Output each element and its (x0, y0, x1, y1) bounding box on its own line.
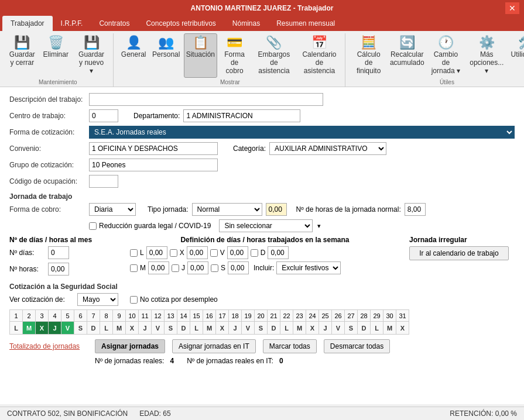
asignar-jornadas-button[interactable]: Asignar jornadas (95, 339, 165, 353)
reduccion-select[interactable]: Sin seleccionar (219, 219, 313, 232)
calendar-day-6[interactable]: D (87, 322, 100, 335)
calendar-day-4[interactable]: V (61, 322, 74, 335)
ver-cotizacion-label: Ver cotización de: (9, 295, 74, 304)
desmarcar-todas-button[interactable]: Desmarcar todas (324, 339, 390, 353)
x-input[interactable] (187, 246, 208, 259)
calendar-day-26[interactable]: S (345, 322, 358, 335)
embargos-icon: 📎 (266, 36, 282, 49)
tipo-jornada-select[interactable]: Normal (192, 203, 262, 216)
calculo-finiquito-button[interactable]: 🧮 Cálculo definiquito (350, 33, 387, 78)
n-horas-jornada-input[interactable] (405, 203, 426, 216)
descripcion-input[interactable] (89, 93, 323, 106)
calendar-day-1[interactable]: M (23, 322, 36, 335)
marcar-todas-button[interactable]: Marcar todas (263, 339, 317, 353)
calendar-day-7[interactable]: L (100, 322, 113, 335)
calendar-day-20[interactable]: D (268, 322, 280, 335)
recalcular-button[interactable]: 🔄 Recalcularacumulado (388, 33, 426, 78)
calendar-day-14[interactable]: L (190, 322, 203, 335)
forma-cobro-button[interactable]: 💳 Formade cobro (218, 33, 251, 78)
calendar-day-16[interactable]: X (216, 322, 229, 335)
embargos-button[interactable]: 📎 Embargosde asistencia (252, 33, 296, 78)
l-input[interactable] (146, 246, 167, 259)
calendar-day-17[interactable]: J (229, 322, 242, 335)
calendar-day-28[interactable]: L (371, 322, 383, 335)
calendar-day-12[interactable]: S (165, 322, 177, 335)
forma-cotizacion-select[interactable]: S.E.A. Jornadas reales (89, 126, 515, 139)
utilidades-button[interactable]: 🛠️ Utilidades▾ (509, 33, 524, 78)
l-check[interactable]: L (130, 249, 144, 257)
calendar-day-25[interactable]: V (332, 322, 345, 335)
calendar-day-18[interactable]: V (242, 322, 255, 335)
calendar-day-19[interactable]: S (255, 322, 268, 335)
guardar-nuevo-label: Guardary nuevo ▾ (77, 50, 106, 75)
calendar-day-15[interactable]: M (203, 322, 216, 335)
tab-resumen[interactable]: Resumen mensual (268, 16, 343, 31)
incluir-select[interactable]: Excluir festivos (276, 261, 341, 274)
mes-select[interactable]: Mayo (77, 293, 118, 306)
close-button[interactable]: ✕ (505, 2, 519, 14)
general-button[interactable]: 👤 General (118, 33, 149, 78)
no-cotiza-checkbox[interactable] (130, 296, 138, 304)
totalizado-link[interactable]: Totalizado de jornadas (9, 342, 91, 350)
calendar-day-0[interactable]: L (10, 322, 23, 335)
cambio-jornada-button[interactable]: 🕐 Cambio dejornada ▾ (427, 33, 464, 78)
eliminar-button[interactable]: 🗑️ Eliminar (40, 33, 72, 78)
tab-irpf[interactable]: I.R.P.F. (53, 16, 91, 31)
d-check[interactable]: D (251, 249, 266, 257)
calendar-day-22[interactable]: M (293, 322, 306, 335)
reduccion-label: Reducción guarda legal / COVID-19 (99, 222, 211, 230)
calendar-day-13[interactable]: D (177, 322, 190, 335)
calendar-day-3[interactable]: J (49, 322, 61, 335)
calendar-day-24[interactable]: J (319, 322, 332, 335)
v-check[interactable]: V (210, 249, 225, 257)
calendario-button[interactable]: 📅 Calendariode asistencia (297, 33, 342, 78)
calendar-day-29[interactable]: M (383, 322, 396, 335)
guardar-cerrar-button[interactable]: 💾 Guardary cerrar (6, 33, 39, 78)
situacion-button[interactable]: 📋 Situación (184, 33, 217, 78)
grupo-cotizacion-input[interactable] (89, 159, 218, 171)
forma-cobro-select[interactable]: Diaria (89, 203, 136, 216)
asignar-it-button[interactable]: Asignar jornadas en IT (172, 339, 256, 353)
j-check[interactable]: J (172, 264, 185, 272)
tab-nominas[interactable]: Nóminas (224, 16, 268, 31)
centro-input[interactable] (89, 109, 118, 122)
mas-opciones-button[interactable]: ⚙️ Másopciones... ▾ (465, 33, 508, 78)
m-input[interactable] (148, 261, 169, 274)
tab-trabajador[interactable]: Trabajador (2, 16, 53, 31)
m-check[interactable]: M (130, 264, 146, 272)
calendar-day-8[interactable]: M (113, 322, 126, 335)
categoria-select[interactable]: AUXILIAR ADMINISTRATIVO (269, 142, 386, 155)
s-check[interactable]: S (211, 264, 225, 272)
codigo-ocupacion-input[interactable] (89, 175, 118, 188)
n-horas-input[interactable] (48, 263, 69, 276)
no-cotiza-label[interactable]: No cotiza por desempleo (130, 295, 218, 304)
calendar-day-30[interactable]: X (396, 322, 409, 335)
v-input[interactable] (227, 246, 248, 259)
reduccion-checkbox[interactable] (89, 222, 97, 230)
calendar-day-27[interactable]: D (358, 322, 371, 335)
calendar-day-2[interactable]: X (36, 322, 49, 335)
personal-button[interactable]: 👥 Personal (150, 33, 183, 78)
forma-cobro-row: Forma de cobro: Diaria Tipo jornada: Nor… (9, 203, 515, 216)
tab-contratos[interactable]: Contratos (91, 16, 138, 31)
tab-conceptos[interactable]: Conceptos retributivos (138, 16, 224, 31)
calendar-day-10[interactable]: J (139, 322, 152, 335)
x-check[interactable]: X (170, 249, 184, 257)
calendar-day-11[interactable]: V (152, 322, 165, 335)
calendar-day-9[interactable]: X (126, 322, 139, 335)
departamento-input[interactable] (183, 109, 300, 122)
calendar-day-5[interactable]: S (74, 322, 87, 335)
definicion-label: Definición de días / horas trabajados en… (130, 236, 400, 244)
horas-jornada-input[interactable] (266, 203, 287, 216)
j-input[interactable] (187, 261, 208, 274)
convenio-input[interactable] (89, 142, 218, 155)
calendar-day-21[interactable]: L (280, 322, 293, 335)
calendar-day-23[interactable]: X (306, 322, 319, 335)
s-input[interactable] (228, 261, 249, 274)
n-dias-input[interactable] (48, 246, 69, 259)
guardar-nuevo-button[interactable]: 💾 Guardary nuevo ▾ (73, 33, 110, 78)
d-input[interactable] (268, 246, 289, 259)
eliminar-label: Eliminar (43, 50, 69, 58)
ir-calendario-button[interactable]: Ir al calendario de trabajo (409, 246, 509, 260)
reduccion-check-label[interactable]: Reducción guarda legal / COVID-19 (89, 222, 211, 230)
